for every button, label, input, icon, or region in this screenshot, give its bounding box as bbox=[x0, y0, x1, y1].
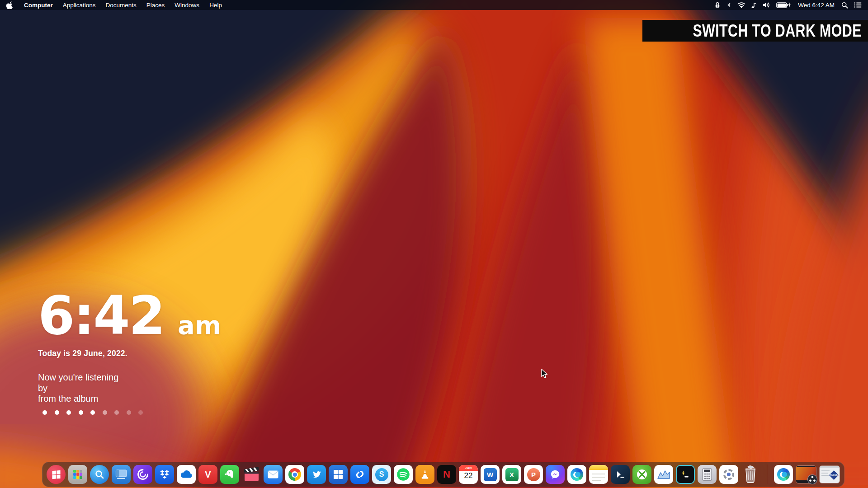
vivaldi-letter: V bbox=[205, 469, 211, 480]
nexus-label: NEXUS bbox=[829, 474, 839, 476]
clock-date: Today is 29 June, 2022. bbox=[38, 349, 221, 358]
clock-time: 6:42 bbox=[38, 289, 164, 342]
dock-icon-spotify[interactable] bbox=[394, 465, 413, 484]
dock-icon-word[interactable]: W bbox=[481, 465, 500, 484]
dock-icon-launchpad[interactable] bbox=[68, 465, 87, 484]
preview-text-line bbox=[821, 470, 830, 471]
calendar-month: JUN bbox=[459, 465, 478, 471]
clock-widget: 6:42 am Today is 29 June, 2022. Now you'… bbox=[38, 289, 221, 404]
dock-icon-bittorrent[interactable] bbox=[133, 465, 152, 484]
dock-icon-activity-monitor[interactable] bbox=[654, 465, 673, 484]
bluetooth-icon[interactable] bbox=[726, 1, 731, 9]
dock-icon-evernote[interactable] bbox=[220, 465, 239, 484]
pager-dot[interactable] bbox=[79, 410, 83, 415]
preview-titlebar bbox=[820, 466, 840, 468]
menu-applications[interactable]: Applications bbox=[63, 2, 96, 9]
dock-icon-spotlight-search[interactable] bbox=[90, 465, 109, 484]
obs-logo bbox=[807, 474, 818, 485]
notes-top-band bbox=[589, 465, 608, 470]
menubar-clock[interactable]: Wed 6:42 AM bbox=[798, 2, 835, 9]
menu-bar: Computer Applications Documents Places W… bbox=[0, 0, 868, 10]
dock-icon-excel[interactable]: X bbox=[502, 465, 521, 484]
dock-icon-dropbox[interactable] bbox=[155, 465, 174, 484]
dock-minimized-nexus-window[interactable]: NEXUS bbox=[819, 465, 840, 483]
music-note-icon[interactable] bbox=[751, 2, 757, 9]
apple-menu-icon[interactable] bbox=[6, 1, 13, 9]
notes-line bbox=[592, 474, 605, 474]
wifi-icon[interactable] bbox=[737, 2, 745, 8]
notes-line bbox=[592, 480, 601, 481]
menu-help[interactable]: Help bbox=[209, 2, 222, 9]
dock-icon-netflix[interactable]: N bbox=[437, 465, 456, 484]
wallpaper bbox=[0, 0, 868, 488]
dock-icon-settings[interactable] bbox=[719, 465, 738, 484]
lock-icon[interactable] bbox=[714, 1, 721, 9]
pager-dot[interactable] bbox=[90, 410, 95, 415]
dock-icon-edge[interactable] bbox=[567, 465, 586, 484]
skype-letter: S bbox=[375, 468, 388, 481]
menu-documents[interactable]: Documents bbox=[106, 2, 137, 9]
pager-dot[interactable] bbox=[127, 410, 131, 415]
desktop: Computer Applications Documents Places W… bbox=[0, 0, 868, 488]
dock-icon-messenger[interactable] bbox=[546, 465, 565, 484]
now-playing: Now you're listening by from the album bbox=[38, 372, 221, 404]
preview-text-line bbox=[821, 475, 829, 476]
dock-icon-calendar[interactable]: JUN 22 bbox=[459, 465, 478, 484]
dock-icon-calculator[interactable] bbox=[698, 465, 717, 484]
dock-icon-vivaldi[interactable]: V bbox=[198, 465, 217, 484]
netflix-letter: N bbox=[443, 469, 450, 480]
edge-logo bbox=[777, 468, 790, 481]
dock-icon-mail[interactable] bbox=[264, 465, 283, 484]
dock-minimized-edge-window[interactable] bbox=[774, 465, 793, 484]
dark-mode-banner-label: SWITCH TO DARK MODE bbox=[693, 21, 862, 41]
pager-dot[interactable] bbox=[66, 410, 71, 415]
menu-windows[interactable]: Windows bbox=[175, 2, 199, 9]
now-playing-line: Now you're listening bbox=[38, 372, 221, 383]
search-icon[interactable] bbox=[841, 2, 848, 9]
dock-icon-terminal[interactable] bbox=[676, 465, 695, 484]
dock-icon-imovie-clapperboard[interactable] bbox=[242, 465, 261, 484]
dock-icon-powerpoint[interactable]: P bbox=[524, 465, 543, 484]
dock-icon-notes[interactable] bbox=[589, 465, 608, 484]
pager-dot[interactable] bbox=[55, 410, 59, 415]
calendar-day: 22 bbox=[464, 471, 473, 480]
dock-icon-microsoft-store[interactable] bbox=[329, 465, 348, 484]
dock-icon-xbox[interactable] bbox=[632, 465, 651, 484]
pager-dot[interactable] bbox=[42, 410, 47, 415]
word-letter: W bbox=[484, 468, 497, 481]
dock-icon-display-app[interactable] bbox=[112, 465, 131, 484]
dock-icon-shazam[interactable] bbox=[350, 465, 369, 484]
battery-charging-icon[interactable] bbox=[776, 2, 791, 8]
dock-icon-twitter[interactable] bbox=[307, 465, 326, 484]
clock-meridiem: am bbox=[178, 310, 221, 340]
menu-places[interactable]: Places bbox=[146, 2, 165, 9]
dock-icon-windows-start[interactable] bbox=[47, 465, 66, 484]
dock-icon-skype[interactable]: S bbox=[372, 465, 391, 484]
preview-text-line bbox=[821, 473, 828, 474]
dock-divider bbox=[767, 465, 767, 484]
pager-dot[interactable] bbox=[138, 410, 143, 415]
chrome-logo bbox=[288, 468, 301, 481]
menu-computer[interactable]: Computer bbox=[24, 2, 53, 9]
mouse-cursor bbox=[541, 369, 550, 379]
now-playing-line: from the album bbox=[38, 394, 221, 404]
dock-minimized-obs-window[interactable] bbox=[796, 465, 816, 483]
dock-icon-onedrive[interactable] bbox=[177, 465, 196, 484]
gear-icon bbox=[723, 469, 734, 480]
dock: V bbox=[42, 462, 844, 487]
volume-icon[interactable] bbox=[763, 2, 770, 8]
pager-dot[interactable] bbox=[103, 410, 107, 415]
pager-dot[interactable] bbox=[114, 410, 119, 415]
dock-icon-chrome[interactable] bbox=[285, 465, 304, 484]
dock-icon-powershell[interactable] bbox=[611, 465, 630, 484]
preview-menubar bbox=[796, 466, 816, 467]
now-playing-line: by bbox=[38, 383, 221, 394]
edge-logo bbox=[571, 468, 583, 481]
dark-mode-banner[interactable]: SWITCH TO DARK MODE bbox=[642, 20, 868, 42]
notes-line bbox=[592, 477, 605, 478]
dock-icon-vlc[interactable] bbox=[415, 465, 434, 484]
dock-icon-trash[interactable] bbox=[741, 465, 760, 484]
list-menu-icon[interactable] bbox=[854, 2, 862, 8]
pager-dots bbox=[42, 410, 143, 415]
powerpoint-letter: P bbox=[527, 468, 540, 481]
